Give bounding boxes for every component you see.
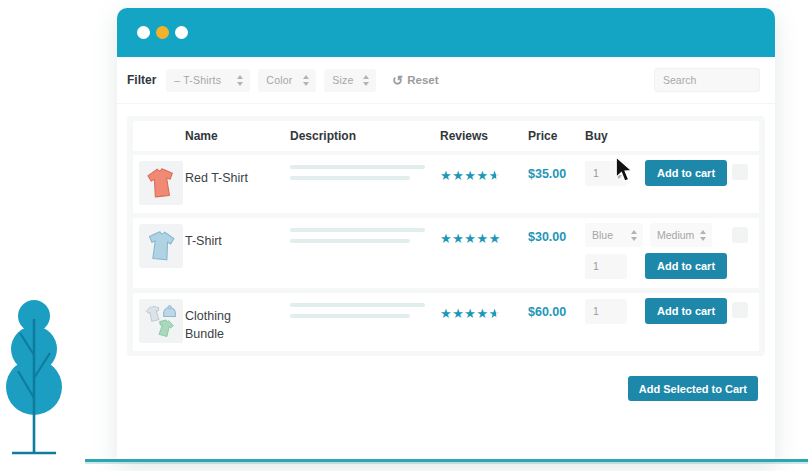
star-icon: ★	[440, 168, 452, 183]
add-to-cart-button[interactable]: Add to cart	[645, 253, 727, 279]
quantity-stepper[interactable]: 1	[585, 299, 627, 324]
product-image-blue-tshirt	[139, 224, 183, 268]
quantity-value: 1	[593, 260, 599, 272]
star-icon: ★	[476, 306, 488, 321]
product-description-placeholder	[290, 165, 440, 180]
star-icon: ★	[464, 306, 476, 321]
star-icon: ★	[440, 306, 452, 321]
filter-label: Filter	[127, 73, 156, 87]
product-price: $35.00	[528, 167, 566, 181]
row-select-checkbox[interactable]	[732, 302, 748, 318]
color-filter-select[interactable]: Color	[258, 69, 316, 92]
product-description-placeholder	[290, 228, 440, 243]
size-filter-value: Size	[332, 74, 353, 86]
add-to-cart-button[interactable]: Add to cart	[645, 298, 727, 324]
variation-size-select[interactable]: Medium	[650, 223, 712, 247]
reset-label: Reset	[407, 74, 438, 86]
star-icon: ★	[452, 231, 464, 246]
quantity-stepper[interactable]: 1	[585, 161, 627, 186]
select-arrows-icon	[700, 230, 707, 241]
product-name: Clothing Bundle	[185, 307, 265, 343]
column-header-description: Description	[290, 129, 440, 143]
select-arrows-icon	[237, 75, 244, 86]
quantity-value: 1	[593, 167, 599, 179]
category-filter-value: – T-Shirts	[174, 74, 221, 86]
product-image-red-tshirt	[139, 161, 183, 205]
table-row: Red T-Shirt ★★★★★ $35.00 1 Add to cart	[133, 155, 759, 213]
add-to-cart-button[interactable]: Add to cart	[645, 160, 727, 186]
star-icon: ★	[489, 231, 501, 246]
product-table: Name Description Reviews Price Buy Red T…	[127, 116, 765, 356]
star-icon: ★	[476, 231, 488, 246]
product-price: $60.00	[528, 305, 566, 319]
table-footer: Add Selected to Cart	[117, 376, 758, 401]
star-icon: ★	[440, 231, 452, 246]
search-input[interactable]	[654, 68, 760, 92]
page: Filter – T-Shirts Color Size ↺ Reset	[0, 0, 808, 471]
reset-filters-link[interactable]: ↺ Reset	[392, 74, 438, 87]
browser-window: Filter – T-Shirts Color Size ↺ Reset	[117, 8, 775, 462]
reset-icon: ↺	[392, 74, 403, 87]
product-image-clothing-bundle	[139, 299, 183, 343]
quantity-stepper[interactable]: 1	[585, 254, 627, 279]
add-selected-to-cart-button[interactable]: Add Selected to Cart	[628, 376, 758, 401]
column-header-reviews: Reviews	[440, 129, 528, 143]
product-name: T-Shirt	[185, 232, 265, 250]
filter-bar: Filter – T-Shirts Color Size ↺ Reset	[117, 57, 775, 104]
star-rating: ★★★★★	[440, 166, 528, 184]
select-arrows-icon	[303, 75, 310, 86]
stepper-arrows-icon	[616, 168, 623, 179]
column-header-price: Price	[528, 129, 585, 143]
star-icon: ★	[464, 168, 476, 183]
baseline-divider	[85, 459, 808, 462]
star-rating: ★★★★★	[440, 304, 528, 322]
tree-illustration	[2, 283, 68, 463]
star-icon: ★	[452, 168, 464, 183]
table-row: Clothing Bundle ★★★★★ $60.00 1 Add to ca…	[133, 293, 759, 351]
select-arrows-icon	[363, 75, 370, 86]
product-price: $30.00	[528, 230, 566, 244]
table-row: T-Shirt ★★★★★ $30.00 Blue Medium	[133, 218, 759, 288]
column-header-name: Name	[185, 129, 290, 143]
color-filter-value: Color	[266, 74, 292, 86]
quantity-value: 1	[593, 305, 599, 317]
browser-titlebar	[117, 8, 775, 57]
star-icon: ★	[476, 168, 488, 183]
row-select-checkbox[interactable]	[732, 227, 748, 243]
product-description-placeholder	[290, 303, 440, 318]
star-rating: ★★★★★	[440, 229, 528, 247]
category-filter-select[interactable]: – T-Shirts	[166, 69, 250, 92]
star-icon: ★	[489, 306, 501, 321]
star-icon: ★	[489, 168, 501, 183]
select-arrows-icon	[631, 230, 638, 241]
window-dot	[156, 26, 169, 39]
product-name: Red T-Shirt	[185, 169, 265, 187]
table-header-row: Name Description Reviews Price Buy	[133, 121, 759, 151]
star-icon: ★	[452, 306, 464, 321]
variation-color-select[interactable]: Blue	[585, 223, 643, 247]
variation-color-value: Blue	[592, 229, 613, 241]
size-filter-select[interactable]: Size	[324, 69, 376, 92]
column-header-buy: Buy	[585, 129, 728, 143]
window-dot	[175, 26, 188, 39]
star-icon: ★	[464, 231, 476, 246]
row-select-checkbox[interactable]	[732, 164, 748, 180]
variation-size-value: Medium	[657, 229, 694, 241]
window-dot	[137, 26, 150, 39]
